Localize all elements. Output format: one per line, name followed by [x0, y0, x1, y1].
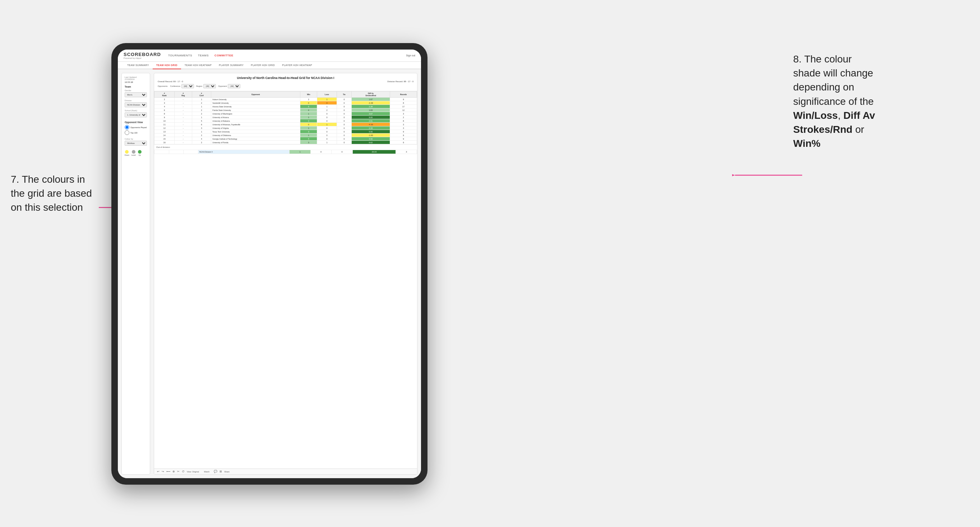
cell-opponent: Vanderbilt University — [211, 101, 300, 105]
cell-win: 5 — [300, 137, 317, 141]
cell-tie: 0 — [337, 119, 352, 123]
cell-rank: 15 — [154, 137, 175, 141]
subnav-team-summary[interactable]: TEAM SUMMARY — [124, 62, 153, 69]
gender-select[interactable]: Men's — [125, 92, 147, 97]
data-table: #Rank #Reg #Conf Opponent Win Loss Tie D… — [154, 91, 417, 468]
grid-area: University of North Carolina Head-to-Hea… — [154, 73, 417, 475]
toolbar-share[interactable]: Share — [224, 471, 229, 473]
cell-conf: 5 — [192, 119, 211, 123]
toolbar-view[interactable]: View: Original — [187, 471, 199, 473]
cell-reg: - — [175, 108, 192, 112]
toolbar-copy[interactable]: ⊕ — [172, 470, 175, 473]
school-label: School (Rank) — [125, 110, 147, 112]
cell-opponent: Georgia Institute of Technology — [211, 137, 300, 141]
toolbar-redo[interactable]: ↪ — [162, 470, 164, 473]
cell-loss: 1 — [317, 98, 337, 101]
top100-radio[interactable]: Top 100 — [125, 130, 147, 135]
toolbar-watch[interactable]: Watch — [204, 471, 210, 473]
toolbar-clock[interactable]: ⏱ — [182, 470, 185, 473]
cell-rank: 10 — [154, 119, 175, 123]
cell-reg: - — [175, 101, 192, 105]
cell-opponent: University of Arizona — [211, 116, 300, 119]
conference-filter-select[interactable]: (All) — [181, 84, 194, 88]
legend-down-label: Down — [125, 154, 129, 156]
out-diff: 26.00 — [352, 150, 396, 154]
opponents-played-radio[interactable]: Opponents Played — [125, 125, 147, 130]
sub-nav: TEAM SUMMARY TEAM H2H GRID TEAM H2H HEAT… — [118, 62, 421, 69]
cell-opponent: Florida State University — [211, 108, 300, 112]
cell-win: 1 — [300, 112, 317, 116]
toolbar-cut[interactable]: ✂ — [177, 470, 180, 473]
opponents-filter-label: Opponents: — [158, 85, 168, 87]
cell-opponent: Texas Tech University — [211, 130, 300, 133]
region-filter-label: Region — [196, 85, 202, 87]
cell-reg: - — [175, 130, 192, 133]
col-opponent: Opponent — [211, 92, 300, 98]
cell-opponent: University of Washington — [211, 112, 300, 116]
annotation-right: 8. The colourshade will changedepending … — [793, 52, 973, 151]
table-row: 2 - 1 Auburn University 2 1 0 1.67 9 — [154, 98, 417, 101]
out-loss: 0 — [310, 150, 332, 154]
col-diff: Diff AvStrokes/Rnd — [352, 92, 390, 98]
opponent-filter-select[interactable]: (All) — [228, 84, 240, 88]
region-filter-group: Region (All) — [196, 84, 216, 88]
cell-opponent: University of Virginia — [211, 126, 300, 130]
school-select[interactable]: 1. University of Nort... — [125, 113, 147, 117]
cell-loss: 0 — [317, 137, 337, 141]
subnav-player-h2h-heatmap[interactable]: PLAYER H2H HEATMAP — [278, 62, 316, 69]
out-reg — [169, 150, 184, 154]
nav-teams[interactable]: TEAMS — [198, 52, 209, 59]
cell-loss: 0 — [317, 119, 337, 123]
nav-committee[interactable]: COMMITTEE — [215, 52, 234, 59]
subnav-player-summary[interactable]: PLAYER SUMMARY — [215, 62, 247, 69]
cell-loss: 1 — [317, 141, 337, 144]
subnav-team-h2h-grid[interactable]: TEAM H2H GRID — [153, 62, 181, 69]
cell-win: 3 — [300, 141, 317, 144]
region-filter-select[interactable]: (All) — [203, 84, 216, 88]
cell-rounds: 3 — [390, 112, 417, 116]
subnav-team-h2h-heatmap[interactable]: TEAM H2H HEATMAP — [181, 62, 215, 69]
cell-rounds: 8 — [390, 119, 417, 123]
cell-rank: 4 — [154, 105, 175, 108]
cell-rounds: 9 — [390, 141, 417, 144]
tablet-screen: SCOREBOARD Powered by clippd TOURNAMENTS… — [118, 49, 421, 478]
cell-loss: 1 — [317, 123, 337, 126]
out-rounds: 3 — [396, 150, 417, 154]
cell-rank: 13 — [154, 130, 175, 133]
cell-loss: 0 — [317, 116, 337, 119]
colour-by-select[interactable]: Win/loss — [125, 141, 147, 146]
cell-conf: 1 — [192, 98, 211, 101]
cell-opponent: University of Arkansas, Fayetteville — [211, 123, 300, 126]
cell-loss: 0 — [317, 126, 337, 130]
cell-tie: 0 — [337, 123, 352, 126]
cell-opponent: Auburn University — [211, 98, 300, 101]
division-select[interactable]: NCAA Division I — [125, 102, 147, 107]
cell-reg: - — [175, 116, 192, 119]
subnav-player-h2h-grid[interactable]: PLAYER H2H GRID — [247, 62, 278, 69]
cell-reg: - — [175, 112, 192, 116]
toolbar-undo[interactable]: ↩ — [157, 470, 159, 473]
last-updated-time: 16:55:38 — [125, 81, 147, 83]
cell-tie: 0 — [337, 137, 352, 141]
sign-out[interactable]: Sign out — [406, 54, 415, 57]
division-label: Division — [125, 100, 147, 102]
tablet-frame: SCOREBOARD Powered by clippd TOURNAMENTS… — [111, 43, 428, 485]
out-table: NCAA Division II 1 0 0 26.00 3 — [154, 150, 417, 154]
cell-loss: 0 — [317, 133, 337, 137]
out-rank — [154, 150, 169, 154]
cell-reg: - — [175, 126, 192, 130]
toolbar-comment[interactable]: 💬 — [214, 470, 217, 473]
toolbar-grid-icon[interactable]: ⊞ — [220, 470, 222, 473]
legend-down-dot — [125, 150, 129, 154]
table-row: 6 - 2 Florida State University 4 2 0 1.8… — [154, 108, 417, 112]
nav-tournaments[interactable]: TOURNAMENTS — [168, 52, 192, 59]
legend-row: Down Level Up — [125, 150, 147, 156]
colour-by-label: Colour by — [125, 138, 147, 140]
legend-up-dot — [138, 150, 142, 154]
cell-win: 4 — [300, 108, 317, 112]
toolbar-back[interactable]: ⟵ — [166, 470, 170, 473]
cell-reg: - — [175, 119, 192, 123]
cell-win: 5 — [300, 105, 317, 108]
cell-rounds: 2 — [390, 116, 417, 119]
cell-opponent: University of Alabama — [211, 119, 300, 123]
